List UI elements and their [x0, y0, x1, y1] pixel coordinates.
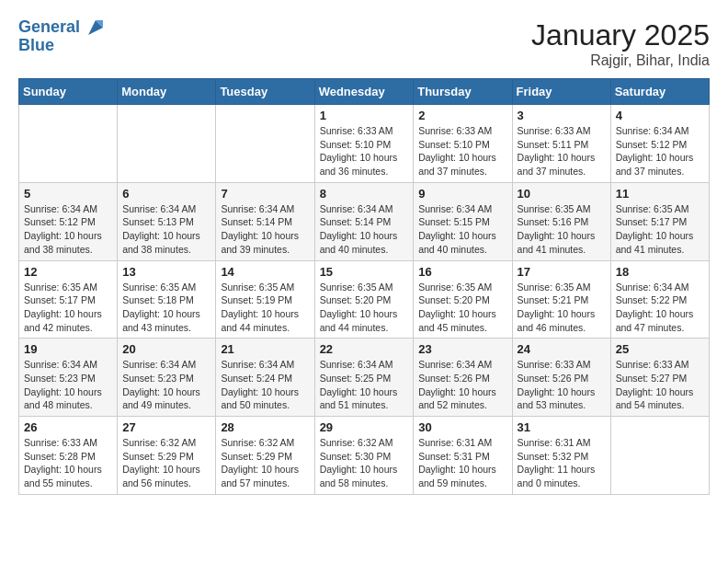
calendar-cell: 18Sunrise: 6:34 AM Sunset: 5:22 PM Dayli…	[610, 260, 709, 339]
calendar-week-row: 12Sunrise: 6:35 AM Sunset: 5:17 PM Dayli…	[19, 260, 710, 339]
day-number: 17	[518, 265, 606, 279]
calendar-cell: 28Sunrise: 6:32 AM Sunset: 5:29 PM Dayli…	[216, 417, 314, 495]
day-number: 3	[518, 109, 606, 122]
day-number: 18	[616, 265, 704, 279]
day-number: 24	[518, 342, 606, 356]
day-number: 31	[518, 420, 606, 434]
calendar-cell: 19Sunrise: 6:34 AM Sunset: 5:23 PM Dayli…	[19, 339, 118, 417]
logo-blue: Blue	[18, 37, 105, 55]
day-number: 12	[24, 265, 112, 279]
calendar-cell: 24Sunrise: 6:33 AM Sunset: 5:26 PM Dayli…	[512, 339, 610, 417]
day-info: Sunrise: 6:35 AM Sunset: 5:18 PM Dayligh…	[122, 281, 210, 335]
day-info: Sunrise: 6:33 AM Sunset: 5:10 PM Dayligh…	[418, 124, 506, 178]
weekday-header-friday: Friday	[512, 79, 610, 105]
calendar-cell: 6Sunrise: 6:34 AM Sunset: 5:13 PM Daylig…	[118, 182, 216, 260]
calendar-cell: 10Sunrise: 6:35 AM Sunset: 5:16 PM Dayli…	[512, 182, 610, 260]
logo-general: General	[18, 17, 80, 36]
day-number: 30	[418, 420, 506, 434]
calendar-week-row: 5Sunrise: 6:34 AM Sunset: 5:12 PM Daylig…	[19, 182, 710, 260]
calendar-cell: 7Sunrise: 6:34 AM Sunset: 5:14 PM Daylig…	[216, 182, 314, 260]
day-info: Sunrise: 6:31 AM Sunset: 5:31 PM Dayligh…	[418, 436, 506, 490]
calendar-cell: 25Sunrise: 6:33 AM Sunset: 5:27 PM Dayli…	[610, 339, 709, 417]
title-block: January 2025 Rajgir, Bihar, India	[531, 18, 710, 69]
day-info: Sunrise: 6:34 AM Sunset: 5:23 PM Dayligh…	[24, 358, 112, 412]
day-info: Sunrise: 6:35 AM Sunset: 5:17 PM Dayligh…	[24, 281, 112, 335]
day-info: Sunrise: 6:34 AM Sunset: 5:26 PM Dayligh…	[418, 358, 506, 412]
calendar-cell: 16Sunrise: 6:35 AM Sunset: 5:20 PM Dayli…	[414, 260, 512, 339]
day-info: Sunrise: 6:34 AM Sunset: 5:25 PM Dayligh…	[320, 358, 409, 412]
calendar-cell: 11Sunrise: 6:35 AM Sunset: 5:17 PM Dayli…	[610, 182, 709, 260]
calendar-cell: 27Sunrise: 6:32 AM Sunset: 5:29 PM Dayli…	[118, 417, 216, 495]
weekday-header-sunday: Sunday	[19, 79, 118, 105]
day-info: Sunrise: 6:31 AM Sunset: 5:32 PM Dayligh…	[518, 436, 606, 490]
logo: General Blue	[18, 18, 105, 55]
day-info: Sunrise: 6:35 AM Sunset: 5:19 PM Dayligh…	[221, 281, 309, 335]
day-number: 15	[320, 265, 409, 279]
logo-icon	[86, 18, 105, 37]
day-info: Sunrise: 6:32 AM Sunset: 5:29 PM Dayligh…	[221, 436, 309, 490]
day-number: 21	[221, 342, 309, 356]
day-info: Sunrise: 6:34 AM Sunset: 5:12 PM Dayligh…	[24, 202, 112, 257]
day-info: Sunrise: 6:33 AM Sunset: 5:28 PM Dayligh…	[24, 436, 112, 490]
weekday-header-wednesday: Wednesday	[314, 79, 414, 105]
location: Rajgir, Bihar, India	[531, 52, 710, 69]
day-number: 7	[221, 187, 309, 201]
calendar-cell: 21Sunrise: 6:34 AM Sunset: 5:24 PM Dayli…	[216, 339, 314, 417]
day-info: Sunrise: 6:32 AM Sunset: 5:29 PM Dayligh…	[122, 436, 210, 490]
day-info: Sunrise: 6:34 AM Sunset: 5:15 PM Dayligh…	[418, 202, 506, 257]
day-info: Sunrise: 6:32 AM Sunset: 5:30 PM Dayligh…	[320, 436, 409, 490]
day-info: Sunrise: 6:34 AM Sunset: 5:23 PM Dayligh…	[122, 358, 210, 412]
day-number: 14	[221, 265, 309, 279]
day-number: 10	[518, 187, 606, 201]
day-number: 11	[616, 187, 704, 201]
weekday-header-row: SundayMondayTuesdayWednesdayThursdayFrid…	[19, 79, 710, 105]
calendar-cell: 3Sunrise: 6:33 AM Sunset: 5:11 PM Daylig…	[512, 105, 610, 183]
calendar-cell	[610, 417, 709, 495]
day-number: 6	[122, 187, 210, 201]
day-info: Sunrise: 6:34 AM Sunset: 5:14 PM Dayligh…	[320, 202, 409, 257]
day-number: 23	[418, 342, 506, 356]
day-info: Sunrise: 6:35 AM Sunset: 5:21 PM Dayligh…	[518, 281, 606, 335]
day-number: 4	[616, 109, 704, 122]
calendar-cell: 23Sunrise: 6:34 AM Sunset: 5:26 PM Dayli…	[414, 339, 512, 417]
day-info: Sunrise: 6:33 AM Sunset: 5:11 PM Dayligh…	[518, 124, 606, 178]
day-number: 28	[221, 420, 309, 434]
calendar-cell: 20Sunrise: 6:34 AM Sunset: 5:23 PM Dayli…	[118, 339, 216, 417]
day-info: Sunrise: 6:35 AM Sunset: 5:17 PM Dayligh…	[616, 202, 704, 257]
calendar-cell: 1Sunrise: 6:33 AM Sunset: 5:10 PM Daylig…	[314, 105, 414, 183]
calendar-cell: 12Sunrise: 6:35 AM Sunset: 5:17 PM Dayli…	[19, 260, 118, 339]
calendar-cell: 2Sunrise: 6:33 AM Sunset: 5:10 PM Daylig…	[414, 105, 512, 183]
day-number: 19	[24, 342, 112, 356]
calendar-cell: 15Sunrise: 6:35 AM Sunset: 5:20 PM Dayli…	[314, 260, 414, 339]
day-number: 25	[616, 342, 704, 356]
calendar-cell: 4Sunrise: 6:34 AM Sunset: 5:12 PM Daylig…	[610, 105, 709, 183]
calendar-cell: 26Sunrise: 6:33 AM Sunset: 5:28 PM Dayli…	[19, 417, 118, 495]
calendar-cell	[118, 105, 216, 183]
day-number: 16	[418, 265, 506, 279]
calendar-cell: 17Sunrise: 6:35 AM Sunset: 5:21 PM Dayli…	[512, 260, 610, 339]
day-info: Sunrise: 6:34 AM Sunset: 5:14 PM Dayligh…	[221, 202, 309, 257]
day-info: Sunrise: 6:34 AM Sunset: 5:24 PM Dayligh…	[221, 358, 309, 412]
calendar-cell: 31Sunrise: 6:31 AM Sunset: 5:32 PM Dayli…	[512, 417, 610, 495]
calendar-cell: 22Sunrise: 6:34 AM Sunset: 5:25 PM Dayli…	[314, 339, 414, 417]
calendar-cell	[216, 105, 314, 183]
calendar-cell: 29Sunrise: 6:32 AM Sunset: 5:30 PM Dayli…	[314, 417, 414, 495]
day-number: 5	[24, 187, 112, 201]
calendar-cell: 5Sunrise: 6:34 AM Sunset: 5:12 PM Daylig…	[19, 182, 118, 260]
day-info: Sunrise: 6:33 AM Sunset: 5:26 PM Dayligh…	[518, 358, 606, 412]
day-number: 13	[122, 265, 210, 279]
calendar-cell: 13Sunrise: 6:35 AM Sunset: 5:18 PM Dayli…	[118, 260, 216, 339]
weekday-header-monday: Monday	[118, 79, 216, 105]
calendar-cell	[19, 105, 118, 183]
day-number: 1	[320, 109, 409, 122]
calendar-table: SundayMondayTuesdayWednesdayThursdayFrid…	[18, 78, 710, 495]
weekday-header-thursday: Thursday	[414, 79, 512, 105]
calendar-cell: 14Sunrise: 6:35 AM Sunset: 5:19 PM Dayli…	[216, 260, 314, 339]
day-info: Sunrise: 6:35 AM Sunset: 5:16 PM Dayligh…	[518, 202, 606, 257]
weekday-header-tuesday: Tuesday	[216, 79, 314, 105]
weekday-header-saturday: Saturday	[610, 79, 709, 105]
calendar-cell: 9Sunrise: 6:34 AM Sunset: 5:15 PM Daylig…	[414, 182, 512, 260]
day-number: 29	[320, 420, 409, 434]
calendar-cell: 8Sunrise: 6:34 AM Sunset: 5:14 PM Daylig…	[314, 182, 414, 260]
day-number: 20	[122, 342, 210, 356]
